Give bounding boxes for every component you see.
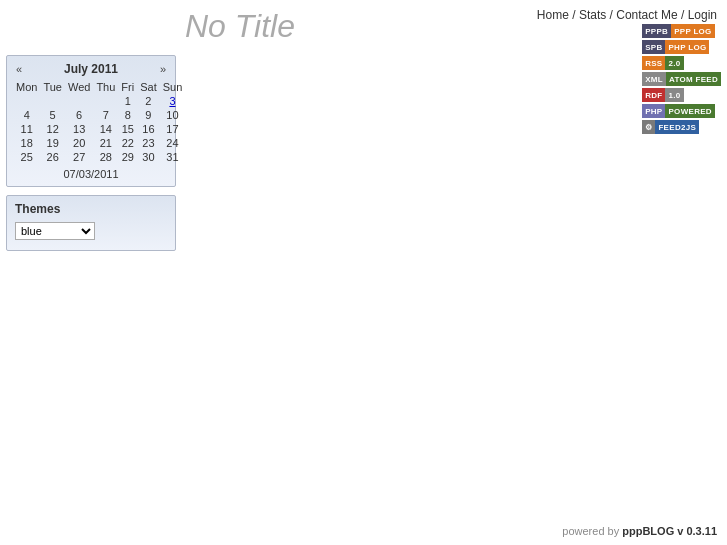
nav-item-login[interactable]: Login	[688, 8, 717, 22]
calendar-week-row: 25262728293031	[13, 150, 185, 164]
calendar-day: 4	[13, 108, 40, 122]
calendar-day: 20	[65, 136, 93, 150]
calendar-day-header: Sat	[137, 80, 160, 94]
calendar-day: 7	[93, 108, 118, 122]
calendar-day: 1	[118, 94, 137, 108]
calendar-day: 18	[13, 136, 40, 150]
themes-select[interactable]: bluegreenreddefault	[15, 222, 95, 240]
footer-brand: pppBLOG v 0.3.11	[622, 525, 717, 537]
calendar-day: 6	[65, 108, 93, 122]
calendar-day: 25	[13, 150, 40, 164]
calendar-day	[40, 94, 65, 108]
calendar-day: 26	[40, 150, 65, 164]
nav-item-contact-me[interactable]: Contact Me	[616, 8, 677, 22]
calendar-day	[13, 94, 40, 108]
calendar-day: 23	[137, 136, 160, 150]
badge-5[interactable]: PHPPOWERED	[642, 104, 721, 118]
badge-0[interactable]: PPPBPPP LOG	[642, 24, 721, 38]
calendar-week-row: 18192021222324	[13, 136, 185, 150]
calendar-next-button[interactable]: »	[157, 63, 169, 75]
calendar-day-header: Thu	[93, 80, 118, 94]
calendar-month-label: July 2011	[25, 62, 157, 76]
calendar-day: 9	[137, 108, 160, 122]
nav-item-stats[interactable]: Stats	[579, 8, 606, 22]
calendar-day	[65, 94, 93, 108]
footer-text: powered by	[562, 525, 622, 537]
badges-panel: PPPBPPP LOGSPBPHP LOGRSS2.0XMLATOM FEEDR…	[642, 24, 721, 134]
calendar-day: 28	[93, 150, 118, 164]
calendar-day-header: Fri	[118, 80, 137, 94]
calendar-day: 29	[118, 150, 137, 164]
calendar-week-row: 11121314151617	[13, 122, 185, 136]
calendar-day: 14	[93, 122, 118, 136]
calendar-day: 2	[137, 94, 160, 108]
calendar-day: 22	[118, 136, 137, 150]
badge-4[interactable]: RDF1.0	[642, 88, 721, 102]
calendar-grid: MonTueWedThuFriSatSun 123456789101112131…	[13, 80, 185, 164]
footer: powered by pppBLOG v 0.3.11	[562, 525, 717, 537]
calendar-current-date: 07/03/2011	[13, 168, 169, 180]
calendar-widget: « July 2011 » MonTueWedThuFriSatSun 1234…	[6, 55, 176, 187]
calendar-day-header: Wed	[65, 80, 93, 94]
calendar-header: « July 2011 »	[13, 62, 169, 76]
calendar-day: 30	[137, 150, 160, 164]
calendar-week-row: 123	[13, 94, 185, 108]
nav-item-home[interactable]: Home	[537, 8, 569, 22]
themes-title: Themes	[15, 202, 167, 216]
calendar-prev-button[interactable]: «	[13, 63, 25, 75]
calendar-day: 27	[65, 150, 93, 164]
calendar-day-header: Tue	[40, 80, 65, 94]
calendar-day: 19	[40, 136, 65, 150]
calendar-body: 1234567891011121314151617181920212223242…	[13, 94, 185, 164]
calendar-day: 12	[40, 122, 65, 136]
badge-3[interactable]: XMLATOM FEED	[642, 72, 721, 86]
calendar-day: 21	[93, 136, 118, 150]
themes-widget: Themes bluegreenreddefault	[6, 195, 176, 251]
calendar-day	[93, 94, 118, 108]
badge-2[interactable]: RSS2.0	[642, 56, 721, 70]
calendar-day: 16	[137, 122, 160, 136]
main-layout: « July 2011 » MonTueWedThuFriSatSun 1234…	[0, 55, 727, 251]
badge-6[interactable]: ⚙FEED2JS	[642, 120, 721, 134]
calendar-day: 8	[118, 108, 137, 122]
calendar-day-header: Mon	[13, 80, 40, 94]
calendar-day: 5	[40, 108, 65, 122]
calendar-header-row: MonTueWedThuFriSatSun	[13, 80, 185, 94]
calendar-day: 13	[65, 122, 93, 136]
calendar-day: 11	[13, 122, 40, 136]
badge-1[interactable]: SPBPHP LOG	[642, 40, 721, 54]
calendar-day: 15	[118, 122, 137, 136]
calendar-day-headers: MonTueWedThuFriSatSun	[13, 80, 185, 94]
calendar-week-row: 45678910	[13, 108, 185, 122]
sidebar: « July 2011 » MonTueWedThuFriSatSun 1234…	[6, 55, 176, 251]
